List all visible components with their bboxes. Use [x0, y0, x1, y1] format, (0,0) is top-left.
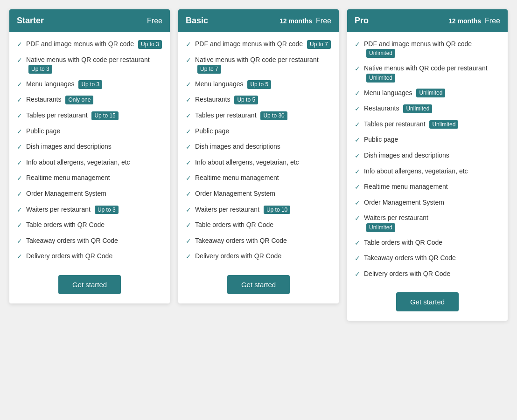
plan-header-right-basic: 12 monthsFree	[279, 17, 331, 25]
list-item: ✓Dish images and descriptions	[355, 151, 500, 161]
feature-badge: Up to 5	[247, 80, 271, 89]
feature-badge: Up to 3	[95, 206, 119, 214]
feature-badge: Up to 7	[197, 65, 221, 74]
feature-text: Restaurants Unlimited	[364, 104, 500, 113]
feature-badge: Up to 10	[264, 206, 290, 214]
check-icon: ✓	[17, 111, 22, 121]
get-started-button-basic[interactable]: Get started	[227, 275, 290, 294]
list-item: ✓Info about allergens, vegetarian, etc	[17, 158, 162, 168]
feature-badge: Up to 3	[78, 80, 102, 89]
plan-header-right-starter: Free	[147, 17, 162, 25]
list-item: ✓Public page	[17, 127, 162, 137]
feature-text: Dish images and descriptions	[364, 151, 500, 160]
list-item: ✓Realtime menu management	[186, 173, 331, 183]
feature-text: Delivery orders with QR Code	[26, 252, 162, 261]
check-icon: ✓	[186, 143, 191, 152]
feature-text: PDF and image menus with QR code Unlimit…	[364, 40, 500, 58]
get-started-button-starter[interactable]: Get started	[58, 275, 121, 294]
feature-text: Menu languages Up to 5	[195, 80, 331, 89]
list-item: ✓Native menus with QR code per restauran…	[186, 55, 331, 74]
list-item: ✓Restaurants Only one	[17, 95, 162, 105]
feature-text: Delivery orders with QR Code	[364, 269, 500, 279]
feature-text: Dish images and descriptions	[195, 142, 331, 151]
list-item: ✓Delivery orders with QR Code	[17, 252, 162, 262]
list-item: ✓Realtime menu management	[17, 173, 162, 183]
check-icon: ✓	[186, 80, 191, 90]
check-icon: ✓	[17, 221, 22, 230]
plan-header-starter: StarterFree	[9, 9, 170, 32]
feature-badge: Up to 15	[91, 111, 118, 120]
list-item: ✓Tables per restaurant Up to 30	[186, 111, 331, 121]
plan-title-pro: Pro	[355, 16, 369, 26]
plan-title-basic: Basic	[186, 16, 208, 26]
list-item: ✓Takeaway orders with QR Code	[355, 254, 500, 263]
feature-text: Public page	[195, 127, 331, 136]
feature-text: Menu languages Unlimited	[364, 89, 500, 98]
list-item: ✓Realtime menu management	[355, 182, 500, 192]
check-icon: ✓	[355, 254, 360, 263]
check-icon: ✓	[17, 206, 22, 215]
check-icon: ✓	[186, 252, 191, 262]
check-icon: ✓	[355, 214, 360, 223]
check-icon: ✓	[17, 40, 22, 49]
plan-body-pro: ✓PDF and image menus with QR code Unlimi…	[347, 32, 508, 321]
feature-text: Waiters per restaurant Up to 10	[195, 205, 331, 214]
plan-header-right-pro: 12 monthsFree	[448, 17, 500, 25]
plans-container: StarterFree✓PDF and image menus with QR …	[9, 9, 508, 321]
feature-badge: Only one	[65, 96, 93, 104]
plan-months-basic: 12 months	[279, 17, 312, 25]
feature-text: Table orders with QR Code	[364, 238, 500, 248]
feature-text: Info about allergens, vegetarian, etc	[364, 167, 500, 176]
list-item: ✓Order Management System	[17, 189, 162, 199]
feature-text: Tables per restaurant Up to 30	[195, 111, 331, 120]
list-item: ✓Delivery orders with QR Code	[355, 269, 500, 279]
feature-text: Info about allergens, vegetarian, etc	[26, 158, 162, 167]
list-item: ✓Public page	[186, 127, 331, 137]
list-item: ✓Public page	[355, 135, 500, 145]
check-icon: ✓	[17, 80, 22, 90]
check-icon: ✓	[17, 143, 22, 152]
feature-badge: Up to 7	[307, 40, 331, 49]
feature-badge: Unlimited	[366, 74, 395, 83]
feature-text: Waiters per restaurant Up to 3	[26, 205, 162, 214]
list-item: ✓Native menus with QR code per restauran…	[17, 55, 162, 74]
check-icon: ✓	[186, 40, 191, 49]
list-item: ✓Order Management System	[186, 189, 331, 199]
check-icon: ✓	[17, 127, 22, 137]
list-item: ✓Restaurants Up to 5	[186, 95, 331, 105]
check-icon: ✓	[355, 151, 360, 161]
list-item: ✓Waiters per restaurant Up to 10	[186, 205, 331, 215]
list-item: ✓Waiters per restaurant Up to 3	[17, 205, 162, 215]
plan-body-basic: ✓PDF and image menus with QR code Up to …	[178, 32, 339, 303]
feature-text: Realtime menu management	[195, 173, 331, 183]
list-item: ✓Table orders with QR Code	[17, 220, 162, 230]
feature-text: Restaurants Only one	[26, 95, 162, 104]
list-item: ✓Menu languages Up to 5	[186, 80, 331, 90]
feature-badge: Unlimited	[403, 104, 432, 113]
feature-text: Menu languages Up to 3	[26, 80, 162, 89]
list-item: ✓Native menus with QR code per restauran…	[355, 64, 500, 82]
check-icon: ✓	[355, 167, 360, 177]
check-icon: ✓	[355, 120, 360, 130]
list-item: ✓Info about allergens, vegetarian, etc	[355, 167, 500, 177]
check-icon: ✓	[186, 127, 191, 137]
check-icon: ✓	[186, 206, 191, 215]
feature-text: Takeaway orders with QR Code	[26, 236, 162, 246]
feature-text: PDF and image menus with QR code Up to 3	[26, 40, 162, 49]
feature-text: Takeaway orders with QR Code	[364, 254, 500, 263]
plan-price-pro: Free	[485, 17, 500, 25]
feature-text: PDF and image menus with QR code Up to 7	[195, 40, 331, 49]
check-icon: ✓	[186, 237, 191, 246]
list-item: ✓PDF and image menus with QR code Up to …	[186, 40, 331, 49]
check-icon: ✓	[355, 89, 360, 98]
check-icon: ✓	[355, 64, 360, 74]
get-started-button-pro[interactable]: Get started	[396, 292, 459, 311]
feature-text: Tables per restaurant Unlimited	[364, 120, 500, 129]
check-icon: ✓	[355, 270, 360, 279]
feature-text: Public page	[26, 127, 162, 136]
feature-text: Takeaway orders with QR Code	[195, 236, 331, 246]
check-icon: ✓	[17, 96, 22, 105]
list-item: ✓Takeaway orders with QR Code	[186, 236, 331, 246]
list-item: ✓Menu languages Up to 3	[17, 80, 162, 90]
check-icon: ✓	[17, 158, 22, 168]
